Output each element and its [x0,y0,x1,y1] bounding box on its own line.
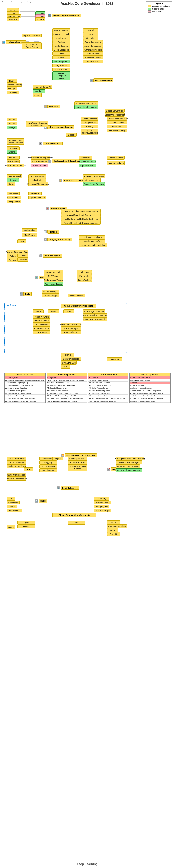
node-e2e-testing: E2E Testing [44,274,64,278]
section-realtime: ⚡ Real-time [44,104,60,108]
node-swagger: Swagger [6,87,18,90]
node-perf-testing: Performance Testing [44,278,64,282]
node-angular: Angular [6,118,18,121]
owasp-table: OWASP Top 10 2010 A1: SQL Injection A2: … [4,373,171,403]
legend-title: Legends [148,2,170,5]
owasp-2010: OWASP Top 10 2010 A1: SQL Injection A2: … [4,373,46,403]
node-optional-i: Optional<I> [79,156,92,159]
node-static-compression: Static Compression [6,473,26,476]
node-roundhouse: RoundhouseE [94,501,111,504]
node-hc-sqlserver: AspNetCore.HealthChecks.SqlServer [61,217,101,221]
node-quartz: Quartz [6,150,18,154]
node-hc-diagnostics: AspNetCore.Diagnostics.HealthChecks [61,209,101,213]
node-hc-liveness: AspNetCore.HealthChecks.Liveness [61,221,101,225]
node-prometheus: Prometheus / Grafana [79,239,105,243]
node-azure-app-service: Azure App Service [68,457,88,460]
node-result-filters: Result Filters [83,60,103,63]
node-azure-k8s-svc: Azure Kubernetes Service [68,464,88,471]
node-attribute-routing: Attribute Routing [6,83,22,87]
node-aspnet-mvc: Asp.Net Core MVC [22,34,42,37]
node-traffic-manager: Traffic Manager [61,327,81,330]
node-named-options: Named Options [107,156,125,159]
node-pen-testing: Penetration Testing [44,282,64,286]
node-routing: Routing [52,40,70,44]
node-azure-devops: Azure DevOps [94,509,111,513]
section-cicd: 🔄 CI/CD [35,499,47,503]
node-tag-helpers: Tag Helpers [52,64,70,67]
node-integration-testing: Integration Testing [44,270,64,274]
footer: Keep Learning [0,861,174,866]
node-nginx-2: Nginx [6,525,15,529]
node-yarp: Yarp [68,521,85,525]
node-options-validation: Options Validation [107,161,125,165]
node-azure-signalr: Azure SignalR Service [74,105,98,109]
node-rompeqube: RompeQube [94,505,109,508]
node-model-binding: Model Binding [52,44,70,48]
node-options-monitor: IOptionsMonitor [79,164,96,167]
node-blazor-wasm: Blazor WebAssembly [105,113,125,117]
node-blazor-routing: Routing [81,125,98,128]
section-build: 🔧 Build [20,292,32,296]
node-basic: Basic [6,182,15,186]
node-iaas: IaaS [64,309,74,313]
node-docker-image: Docker Image [42,294,59,298]
node-hosted-services: Asp.Net Core Hosted Services [6,138,24,145]
node-url-rewriting: URL Rewriting [39,464,57,468]
node-hosting-models: Hosting Models [81,117,98,121]
node-teamcity: TeamCity [94,497,109,501]
node-app-services: App Services [33,322,50,326]
node-elasticsearch: Elasticsearch / Kibana [79,235,105,239]
node-authentication: Authentication [28,174,46,178]
node-cve: CVE [61,365,70,369]
section-api-dev: ⚙️ API Development [90,79,114,82]
node-route-constraints: Route Constraints [83,40,103,44]
node-action-filters: Action Filters [83,52,103,56]
node-components: Components [81,121,98,124]
node-grpc: gRPC [33,93,42,97]
node-playwright: Playwright [76,274,92,278]
section-logging: 📋 Logging & Monitoring [44,238,72,241]
legend-personal: Personal must know [148,5,170,7]
node-azure-ad: Azure Active Directory [83,182,105,186]
node-machine-key: Machine Key [39,468,57,472]
node-blazor: Blazor [66,133,76,137]
owasp-2017: OWASP Top 10 2017 A1: Injection A2: Brok… [88,373,129,403]
node-https: HTTPS [35,18,46,21]
node-postman-2: Postman [18,258,28,261]
node-blazor-auth: Authentication [107,121,127,124]
node-azure-k8s: Azure Kubernetes Service [83,317,107,321]
legend: Legends Personal must know Good to know … [146,1,172,14]
node-data-binding: Data Binding/Validation [81,129,98,135]
node-arr: CE Application Request Routing [116,457,144,460]
node-blazor-server: Blazor Server Side [105,109,125,113]
node-owasp-keys: OWASP KEYS [61,361,76,365]
node-azure-cdn: Azure CDN / Azure DNS [61,322,81,326]
node-azure-app-gw: Azure Application Gateway [116,468,142,472]
node-versioning: Versioning [6,91,19,94]
node-view-components: View Components [52,60,70,63]
node-configure-cert: Configure Certificate [6,464,26,468]
node-view: View [83,32,98,36]
node-cert-request: Certificate Request [6,457,26,460]
node-action-constraints: Action Constraints [83,44,103,48]
node-azure-container-svc: Azure Container [68,461,88,464]
node-core: CORE [61,353,74,357]
node-mvc-concepts: MVC Concepts [52,28,70,32]
node-cloud-concepts: Cloud Computing Concepts [61,304,96,308]
node-vuejs: Vue.js [6,126,18,129]
node-rest: REST [6,79,18,83]
node-iis: IIS [24,467,33,471]
node-join-files: Join Files [6,156,20,159]
node-logic-apps: Logic Apps [33,330,50,334]
node-mini-profiler: Mini Profiler [22,228,37,232]
node-paas: PaaS [48,309,59,313]
node-openid: OpenId Connect [28,196,46,199]
node-kubernetes: Kubernetes [6,509,22,513]
node-options-snapshot: IOptionsSnapshot [79,160,96,163]
owasp-2021: OWASP Top 12 2021 A1: Broken Access Cont… [129,373,171,403]
node-azure-traffic: Azure Traffic Manager [116,461,142,464]
node-git: Git [6,497,15,501]
node-docker-compose: Docker Compose [68,294,85,298]
node-react: React [6,122,18,125]
node-js-libs: JavaScript Libraries / Frameworks [26,121,48,127]
